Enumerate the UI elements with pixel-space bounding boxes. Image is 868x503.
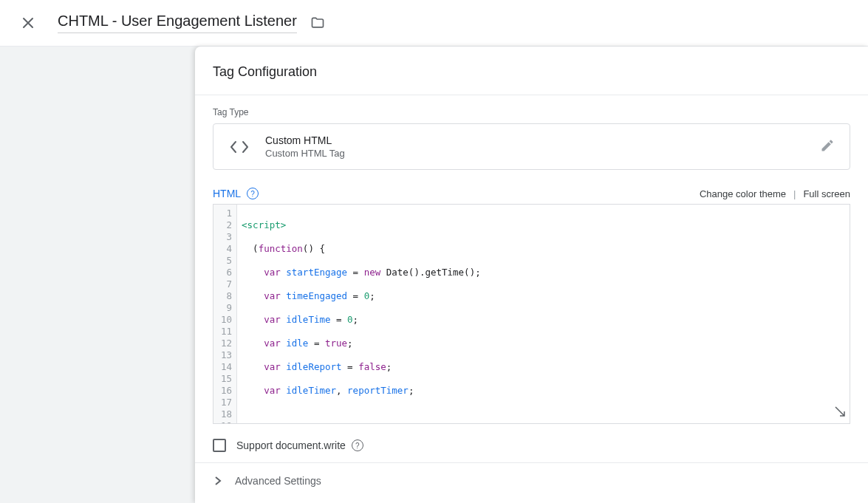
help-icon[interactable]: ?	[352, 439, 363, 451]
tagtype-label: Tag Type	[195, 95, 868, 123]
docwrite-row: Support document.write ?	[195, 424, 868, 462]
fullscreen-link[interactable]: Full screen	[803, 188, 850, 199]
html-label: HTML	[213, 188, 241, 199]
pencil-icon[interactable]	[820, 138, 835, 156]
tagtype-name: Custom HTML	[265, 134, 820, 146]
separator: |	[793, 188, 796, 199]
resize-handle-icon[interactable]	[835, 406, 845, 419]
code-content[interactable]: <script> (function() { var startEngage =…	[237, 205, 563, 423]
page-title[interactable]: CHTML - User Engagement Listener	[58, 13, 297, 33]
change-theme-link[interactable]: Change color theme	[700, 188, 786, 199]
editor-header: HTML ? Change color theme | Full screen	[213, 188, 850, 199]
line-gutter: 1 2 3 4 5 6 7 8 9 10 11 12 13 14 15 16 1…	[213, 205, 237, 423]
docwrite-checkbox[interactable]	[213, 439, 226, 452]
code-editor[interactable]: 1 2 3 4 5 6 7 8 9 10 11 12 13 14 15 16 1…	[213, 204, 850, 424]
docwrite-label: Support document.write	[236, 439, 346, 451]
section-title: Tag Configuration	[195, 47, 868, 95]
header: CHTML - User Engagement Listener	[0, 0, 868, 47]
tagtype-card[interactable]: Custom HTML Custom HTML Tag	[213, 123, 850, 170]
config-panel: Tag Configuration Tag Type Custom HTML C…	[195, 47, 868, 503]
tagtype-subtitle: Custom HTML Tag	[265, 148, 820, 159]
tagtype-text: Custom HTML Custom HTML Tag	[265, 134, 820, 159]
folder-icon[interactable]	[310, 16, 325, 30]
chevron-right-icon	[213, 476, 223, 486]
advanced-settings[interactable]: Advanced Settings	[195, 462, 868, 499]
help-icon[interactable]: ?	[247, 188, 259, 199]
advanced-label: Advanced Settings	[235, 475, 321, 487]
close-icon[interactable]	[21, 16, 35, 30]
code-icon	[228, 140, 250, 154]
